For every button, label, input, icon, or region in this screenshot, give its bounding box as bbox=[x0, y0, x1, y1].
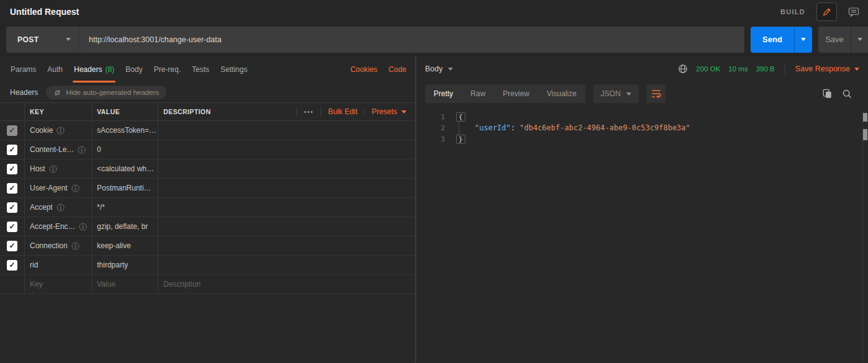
divider bbox=[321, 107, 321, 117]
info-icon[interactable] bbox=[71, 184, 80, 192]
tab-settings[interactable]: Settings bbox=[215, 56, 253, 83]
row-checkbox[interactable] bbox=[7, 260, 17, 271]
comment-icon bbox=[848, 7, 859, 17]
chevron-down-icon bbox=[801, 38, 806, 41]
cookies-link[interactable]: Cookies bbox=[350, 65, 377, 74]
hide-auto-headers-button[interactable]: Hide auto-generated headers bbox=[46, 86, 167, 99]
info-icon[interactable] bbox=[57, 204, 65, 212]
header-row-accept: Accept */* bbox=[0, 198, 415, 217]
chevron-down-icon bbox=[66, 38, 71, 41]
line-number: 1 bbox=[416, 113, 445, 121]
text-wrap-icon bbox=[651, 89, 661, 99]
chevron-down-icon bbox=[626, 92, 631, 96]
title-bar: Untitled Request BUILD bbox=[0, 0, 868, 24]
method-dropdown[interactable]: POST bbox=[6, 27, 80, 53]
chevron-down-icon bbox=[857, 38, 862, 41]
headers-section-header: Headers Hide auto-generated headers bbox=[0, 83, 415, 102]
response-body-editor: 1 { 2 "userId": "db4c6ebf-abc2-4964-abe9… bbox=[416, 105, 868, 145]
header-cell-key: KEY bbox=[25, 103, 92, 120]
eye-off-icon bbox=[53, 89, 62, 97]
save-button[interactable]: Save bbox=[818, 27, 851, 53]
more-actions-button[interactable]: ••• bbox=[304, 108, 314, 115]
response-size: 390 B bbox=[756, 65, 775, 73]
request-tab-bar: Params Auth Headers (8) Body Pre-req. Te… bbox=[0, 56, 415, 83]
tab-preview[interactable]: Preview bbox=[494, 84, 538, 103]
header-row-host: Host <calculated wh… bbox=[0, 159, 415, 179]
row-checkbox[interactable] bbox=[7, 145, 17, 155]
response-body-dropdown[interactable]: Body bbox=[425, 65, 453, 73]
header-row-content-length: Content-Le… 0 bbox=[0, 140, 415, 159]
response-pane: Body 200 OK 10 ms 390 B Save Response bbox=[416, 56, 868, 362]
header-row-user-agent: User-Agent PostmanRunti… bbox=[0, 179, 415, 198]
tab-headers[interactable]: Headers (8) bbox=[68, 56, 120, 83]
save-response-button[interactable]: Save Response bbox=[795, 65, 859, 73]
header-row-cookie: Cookie sAccessToken=… bbox=[0, 121, 415, 140]
json-key: "userId" bbox=[475, 123, 511, 132]
tab-visualize[interactable]: Visualize bbox=[538, 84, 585, 103]
wrap-text-button[interactable] bbox=[647, 84, 665, 103]
url-container: POST http://localhost:3001/change-user-d… bbox=[6, 27, 744, 53]
tab-raw[interactable]: Raw bbox=[462, 84, 494, 103]
value-placeholder[interactable]: Value bbox=[97, 280, 116, 289]
comment-button[interactable] bbox=[848, 7, 859, 17]
tab-pretty[interactable]: Pretty bbox=[425, 84, 462, 103]
fold-marker[interactable]: { bbox=[456, 112, 465, 122]
pencil-icon bbox=[822, 7, 832, 17]
line-number: 3 bbox=[416, 135, 445, 143]
code-link[interactable]: Code bbox=[388, 65, 406, 74]
row-checkbox[interactable] bbox=[7, 222, 17, 232]
header-row-rid: rid thirdparty bbox=[0, 256, 415, 275]
build-mode-label: BUILD bbox=[780, 8, 805, 16]
search-icon[interactable] bbox=[843, 89, 852, 99]
format-dropdown[interactable]: JSON bbox=[593, 84, 639, 103]
response-time: 10 ms bbox=[728, 65, 747, 73]
tab-pre-request[interactable]: Pre-req. bbox=[148, 56, 186, 83]
info-icon[interactable] bbox=[57, 127, 65, 135]
copy-icon[interactable] bbox=[823, 89, 832, 99]
info-icon[interactable] bbox=[71, 242, 80, 250]
json-value: "db4c6ebf-abc2-4964-abe9-0c53c9f8be3a" bbox=[519, 123, 690, 132]
save-options-button[interactable] bbox=[851, 27, 868, 53]
scrollbar-track bbox=[862, 111, 863, 362]
url-input[interactable]: http://localhost:3001/change-user-data bbox=[80, 35, 221, 44]
tab-body[interactable]: Body bbox=[120, 56, 148, 83]
fold-guide-line bbox=[459, 122, 459, 135]
send-button-group: Send bbox=[751, 27, 812, 53]
info-icon[interactable] bbox=[79, 223, 87, 231]
headers-section-title: Headers bbox=[10, 88, 38, 97]
globe-icon[interactable] bbox=[678, 64, 688, 74]
code-line: 1 { bbox=[416, 111, 868, 122]
scrollbar-thumb[interactable] bbox=[863, 113, 867, 122]
tab-params[interactable]: Params bbox=[5, 56, 42, 83]
info-icon[interactable] bbox=[49, 165, 57, 173]
edit-mode-button[interactable] bbox=[816, 2, 837, 21]
description-placeholder[interactable]: Description bbox=[163, 280, 201, 289]
divider bbox=[364, 107, 365, 117]
row-checkbox[interactable] bbox=[7, 125, 17, 136]
row-checkbox[interactable] bbox=[7, 202, 17, 213]
scrollbar-thumb[interactable] bbox=[863, 129, 867, 140]
header-cell-value: VALUE bbox=[92, 103, 158, 120]
header-cell-checkbox bbox=[0, 103, 25, 120]
tab-auth[interactable]: Auth bbox=[42, 56, 68, 83]
row-checkbox[interactable] bbox=[7, 241, 17, 251]
presets-dropdown[interactable]: Presets bbox=[372, 107, 406, 116]
header-row-accept-encoding: Accept-Enc… gzip, deflate, br bbox=[0, 217, 415, 236]
send-options-button[interactable] bbox=[794, 27, 812, 53]
response-header: Body 200 OK 10 ms 390 B Save Response bbox=[416, 56, 868, 82]
fold-marker[interactable]: } bbox=[456, 135, 465, 144]
info-icon[interactable] bbox=[78, 146, 86, 154]
row-checkbox[interactable] bbox=[7, 183, 17, 194]
line-number: 2 bbox=[416, 124, 445, 132]
send-button[interactable]: Send bbox=[751, 27, 794, 53]
request-pane: Params Auth Headers (8) Body Pre-req. Te… bbox=[0, 56, 416, 362]
divider bbox=[785, 63, 785, 74]
chevron-down-icon bbox=[448, 68, 453, 71]
bulk-edit-button[interactable]: Bulk Edit bbox=[328, 107, 357, 116]
headers-table-header: KEY VALUE DESCRIPTION ••• Bulk Edit Pres… bbox=[0, 102, 415, 121]
tab-tests[interactable]: Tests bbox=[186, 56, 215, 83]
request-bar: POST http://localhost:3001/change-user-d… bbox=[0, 24, 868, 56]
key-placeholder[interactable]: Key bbox=[30, 280, 43, 289]
row-checkbox[interactable] bbox=[7, 164, 17, 174]
code-line: 3 } bbox=[416, 133, 868, 145]
